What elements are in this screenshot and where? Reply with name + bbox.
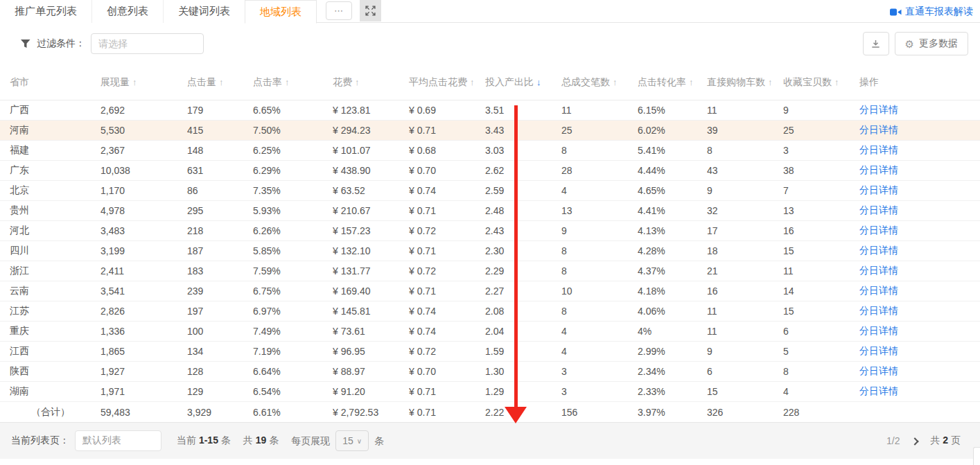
- data-cell: 7.59%: [253, 265, 333, 277]
- data-cell: 415: [187, 125, 253, 136]
- data-cell: ¥ 88.97: [333, 366, 409, 377]
- data-cell: 128: [187, 366, 253, 377]
- daily-detail-link[interactable]: 分日详情: [859, 245, 898, 256]
- tab-item[interactable]: 地域列表: [245, 0, 317, 24]
- data-cell: 6.65%: [253, 105, 333, 116]
- data-cell: 239: [187, 286, 253, 297]
- data-cell: 15: [707, 386, 783, 397]
- data-cell: 179: [187, 105, 253, 116]
- list-name-input[interactable]: [75, 430, 161, 451]
- sort-desc-icon[interactable]: ↓: [536, 77, 541, 87]
- table-total-row: （合计）59,4833,9296.61%¥ 2,792.53¥ 0.712.22…: [0, 402, 980, 422]
- data-cell: 2,367: [100, 145, 187, 156]
- daily-detail-link[interactable]: 分日详情: [859, 204, 898, 216]
- table-row: 广西2,6921796.65%¥ 123.81¥ 0.693.51116.15%…: [0, 100, 980, 121]
- page-indicator: 1/2: [886, 435, 900, 446]
- daily-detail-link[interactable]: 分日详情: [859, 365, 898, 376]
- sort-asc-icon[interactable]: ↑: [834, 77, 839, 87]
- daily-detail-link[interactable]: 分日详情: [859, 104, 898, 115]
- action-cell: 分日详情: [859, 285, 980, 297]
- pagination-bar: 当前列表页： 当前 1-15 条 共 19 条 每页展现15∨条 1/2 共 2…: [0, 422, 980, 459]
- per-page-select[interactable]: 15∨: [335, 430, 369, 451]
- daily-detail-link[interactable]: 分日详情: [859, 144, 898, 155]
- data-cell: 183: [187, 265, 253, 277]
- table-row: 河南5,5304157.50%¥ 294.23¥ 0.713.43256.02%…: [0, 121, 980, 141]
- daily-detail-link[interactable]: 分日详情: [859, 225, 898, 236]
- fullscreen-button[interactable]: [360, 0, 381, 21]
- gear-icon: ⚙: [905, 39, 914, 49]
- filter-select-input[interactable]: [91, 33, 204, 54]
- sort-asc-icon[interactable]: ↑: [355, 77, 360, 87]
- next-page-button[interactable]: [912, 435, 918, 446]
- sort-asc-icon[interactable]: ↑: [470, 77, 475, 87]
- data-cell: ¥ 0.71: [409, 125, 485, 136]
- current-range-text: 当前 1-15 条: [177, 435, 231, 447]
- data-cell: 6.26%: [253, 225, 333, 236]
- data-cell: ¥ 0.74: [409, 185, 485, 196]
- data-cell: 3: [783, 145, 859, 156]
- province-cell: （合计）: [10, 406, 100, 419]
- tab-item[interactable]: 推广单元列表: [0, 0, 92, 23]
- province-cell: 江西: [10, 345, 100, 358]
- data-cell: 2,826: [100, 306, 187, 317]
- data-cell: 6: [783, 326, 859, 337]
- download-icon: [870, 39, 881, 49]
- sort-asc-icon[interactable]: ↑: [768, 77, 773, 87]
- data-cell: 134: [187, 346, 253, 357]
- sort-asc-icon[interactable]: ↑: [613, 77, 618, 87]
- report-link[interactable]: 直通车报表解读: [890, 6, 973, 18]
- column-header: 花费↑: [333, 76, 409, 89]
- data-cell: 4.41%: [638, 205, 707, 216]
- data-cell: ¥ 0.74: [409, 306, 485, 317]
- data-cell: 6.75%: [253, 286, 333, 297]
- total-count-text: 共 19 条: [243, 435, 279, 447]
- table-tools: ⚙ 更多数据: [863, 32, 968, 55]
- data-cell: 2.27: [485, 286, 561, 297]
- table-row: 湖南1,9711296.54%¥ 91.20¥ 0.711.2932.33%15…: [0, 382, 980, 402]
- daily-detail-link[interactable]: 分日详情: [859, 305, 898, 316]
- data-cell: 2.62: [485, 165, 561, 176]
- daily-detail-link[interactable]: 分日详情: [859, 285, 898, 296]
- daily-detail-link[interactable]: 分日详情: [859, 265, 898, 276]
- daily-detail-link[interactable]: 分日详情: [859, 325, 898, 336]
- sort-asc-icon[interactable]: ↑: [132, 77, 137, 87]
- filter-bar: 过滤条件： ⚙ 更多数据: [0, 23, 980, 64]
- data-cell: 4%: [638, 326, 707, 337]
- data-cell: ¥ 0.71: [409, 205, 485, 216]
- more-tabs-button[interactable]: ⋯: [326, 1, 352, 20]
- table-row: 广东10,0386316.29%¥ 438.90¥ 0.702.62284.44…: [0, 161, 980, 181]
- sort-asc-icon[interactable]: ↑: [689, 77, 694, 87]
- action-cell: 分日详情: [859, 184, 980, 197]
- data-cell: 9: [783, 105, 859, 116]
- column-header: 展现量↑: [100, 76, 187, 89]
- daily-detail-link[interactable]: 分日详情: [859, 345, 898, 356]
- data-cell: 6.61%: [253, 407, 333, 418]
- data-cell: ¥ 294.23: [333, 125, 409, 136]
- data-cell: 2.59: [485, 185, 561, 196]
- data-cell: 6.15%: [638, 105, 707, 116]
- daily-detail-link[interactable]: 分日详情: [859, 164, 898, 175]
- sort-asc-icon[interactable]: ↑: [285, 77, 290, 87]
- tab-item[interactable]: 关键词列表: [164, 0, 245, 23]
- action-cell: 分日详情: [859, 365, 980, 378]
- tab-item[interactable]: 创意列表: [92, 0, 164, 23]
- data-cell: ¥ 0.71: [409, 245, 485, 256]
- table-row: 浙江2,4111837.59%¥ 131.77¥ 0.722.2984.37%2…: [0, 261, 980, 281]
- download-button[interactable]: [863, 32, 889, 55]
- table-row: 河北3,4832186.26%¥ 157.23¥ 0.722.4394.13%1…: [0, 221, 980, 241]
- daily-detail-link[interactable]: 分日详情: [859, 124, 898, 135]
- province-cell: 广西: [10, 104, 100, 116]
- table-row: 福建2,3671486.25%¥ 101.07¥ 0.683.0385.41%8…: [0, 141, 980, 161]
- data-cell: ¥ 63.52: [333, 185, 409, 196]
- data-cell: 5.41%: [638, 145, 707, 156]
- more-data-button[interactable]: ⚙ 更多数据: [895, 32, 968, 55]
- sort-asc-icon[interactable]: ↑: [219, 77, 224, 87]
- data-cell: ¥ 0.69: [409, 105, 485, 116]
- data-cell: 9: [707, 346, 783, 357]
- daily-detail-link[interactable]: 分日详情: [859, 385, 898, 396]
- data-cell: 2,692: [100, 105, 187, 116]
- column-header: 投入产出比↓: [485, 76, 561, 89]
- daily-detail-link[interactable]: 分日详情: [859, 184, 898, 195]
- data-cell: 8: [561, 145, 638, 156]
- data-cell: 11: [707, 105, 783, 116]
